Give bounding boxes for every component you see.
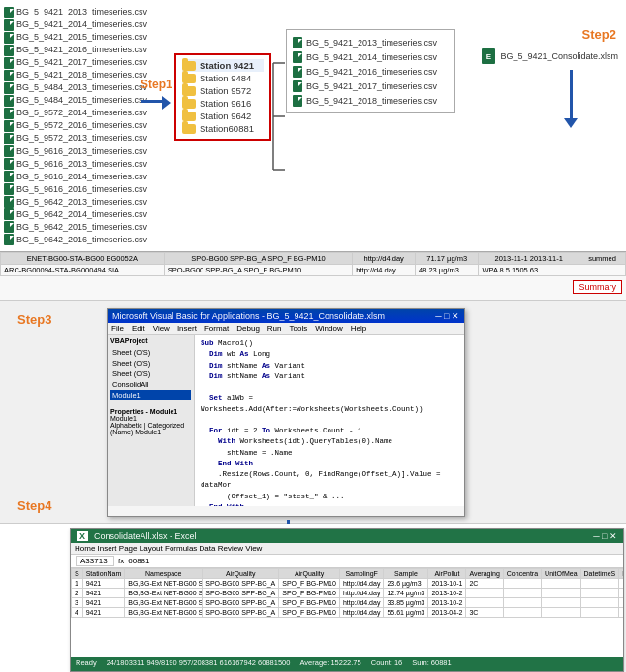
- station-folder-item[interactable]: Station 9484: [182, 72, 264, 84]
- status-sum: Sum: 60881: [412, 658, 451, 670]
- excel-cell: SPO-BG00 SPP-BG_A: [203, 589, 279, 598]
- excel-cell-ref[interactable]: A33713: [76, 556, 114, 566]
- excel-cell: 9421: [82, 579, 125, 589]
- file-item: BG_5_9642_2016_timeseries.csv: [4, 234, 137, 246]
- expanded-file-item: BG_5_9421_2017_timeseries.csv: [293, 79, 449, 93]
- vba-menu-window[interactable]: Window: [315, 324, 342, 333]
- excel-cell: 33.85 µg/m3: [384, 598, 428, 608]
- csv-icon: [4, 133, 14, 144]
- vba-menu-run[interactable]: Run: [267, 324, 282, 333]
- file-item: BG_5_9421_2015_timeseries.csv: [4, 31, 137, 44]
- vba-properties-label: Properties - Module1: [110, 408, 191, 415]
- vba-menu-insert[interactable]: Insert: [177, 324, 197, 333]
- excel-cell: [580, 589, 619, 598]
- table-row: 4 9421 BG,BG-Ext NET-BG00 STA-BG00 BG005…: [72, 608, 624, 618]
- excel-menu-review[interactable]: Review: [218, 544, 243, 553]
- sheet-col: ENET-BG00-STA-BG00 BG0052A: [1, 253, 165, 265]
- status-ready: Ready: [76, 658, 97, 670]
- excel-menu-view[interactable]: View: [245, 544, 262, 553]
- file-name: BG_5_9484_2015_timeseries.csv: [16, 94, 147, 107]
- csv-icon: [293, 95, 302, 107]
- station-name: Station 9421: [200, 60, 254, 71]
- excel-cell: [542, 608, 580, 618]
- excel-menu-home[interactable]: Home: [75, 544, 95, 553]
- vba-sidebar: VBAProject Sheet (C/S) Sheet (C/S) Sheet…: [108, 335, 195, 506]
- excel-titlebar: X ConsolidateAll.xlsx - Excel ─ □ ✕: [71, 529, 623, 543]
- excel-cell: SPO_F BG-PM10: [279, 608, 340, 618]
- vba-window: Microsoft Visual Basic for Applications …: [107, 308, 465, 517]
- station-folder-item[interactable]: Station 9616: [182, 97, 264, 110]
- vba-menu-help[interactable]: Help: [351, 324, 366, 333]
- excel-cell: [466, 589, 503, 598]
- csv-icon: [293, 37, 302, 48]
- excel-cell: 4: [72, 608, 83, 618]
- csv-icon: [293, 66, 302, 78]
- summary-tab[interactable]: Summary: [573, 280, 622, 294]
- excel-menu-data[interactable]: Data: [200, 544, 216, 553]
- vba-menu-tools[interactable]: Tools: [290, 324, 308, 333]
- vba-win-controls: ─ □ ✕: [435, 311, 459, 321]
- excel-cell: 2013-10-2: [428, 589, 466, 598]
- station-folder-item[interactable]: Station60881: [182, 122, 264, 135]
- vba-menu-debug[interactable]: Debug: [236, 324, 260, 333]
- excel-cell: 23.6 µg/m3: [384, 579, 428, 589]
- station-folder-item[interactable]: Station 9642: [182, 110, 264, 122]
- excel-cell: BG,BG-Ext NET-BG00 STA-BG00 BG0052A: [125, 608, 203, 618]
- sheet-col: SPO-BG00 SPP-BG_A SPO_F BG-PM10: [164, 253, 353, 265]
- csv-icon: [4, 120, 14, 132]
- excel-menu-formulas[interactable]: Formulas: [165, 544, 197, 553]
- csv-icon: [4, 171, 14, 182]
- folder-icon: [182, 86, 196, 96]
- folder-icon: [182, 124, 196, 134]
- excel-cell: [580, 608, 619, 618]
- csv-icon: [4, 57, 14, 69]
- step4-label: Step4: [17, 498, 51, 513]
- table-row: 3 9421 BG,BG-Ext NET-BG00 STA-BG00 BG005…: [72, 598, 624, 608]
- vba-properties-content: Module1Alphabetic | Categorized(Name) Mo…: [110, 415, 191, 435]
- vba-sidebar-sheet1[interactable]: Sheet (C/S): [110, 347, 191, 358]
- file-name: BG_5_9421_2015_timeseries.csv: [16, 31, 147, 44]
- sheet-preview-table: ENET-BG00-STA-BG00 BG0052A SPO-BG00 SPP-…: [0, 252, 626, 276]
- excel-cell: [503, 598, 541, 608]
- station-folder-item[interactable]: Station 9421: [182, 59, 264, 72]
- vba-sidebar-module1[interactable]: Module1: [110, 390, 191, 400]
- csv-icon: [4, 82, 14, 94]
- excel-col-hdr: StationNam: [82, 569, 125, 579]
- excel-cell: SPO_F BG-PM10: [279, 589, 340, 598]
- station-name: Station60881: [200, 123, 254, 134]
- vba-sidebar-consolidate[interactable]: ConsolidAll: [110, 379, 191, 390]
- top-section: BG_5_9421_2013_timeseries.csvBG_5_9421_2…: [0, 0, 626, 301]
- vba-menu-format[interactable]: Format: [204, 324, 229, 333]
- csv-icon: [4, 45, 14, 56]
- excel-cell: 2: [72, 589, 83, 598]
- file-item: BG_5_9421_2017_timeseries.csv: [4, 56, 137, 69]
- excel-cell: 12.74 µg/m3: [384, 589, 428, 598]
- vba-sidebar-sheet2[interactable]: Sheet (C/S): [110, 358, 191, 368]
- step2-arrow-down: [564, 70, 578, 128]
- csv-icon: [4, 108, 14, 119]
- bracket-svg: [273, 53, 293, 179]
- vba-menu-view[interactable]: View: [153, 324, 170, 333]
- excel-cell: 2013-10-2: [428, 598, 466, 608]
- file-item: BG_5_9616_2016_timeseries.csv: [4, 183, 137, 196]
- excel-menu-page[interactable]: Page Layout: [119, 544, 163, 553]
- excel-menu-insert[interactable]: Insert: [98, 544, 117, 553]
- file-name: BG_5_9421_2013_timeseries.csv: [16, 6, 147, 18]
- excel-cell: [503, 589, 541, 598]
- file-item: BG_5_9421_2014_timeseries.csv: [4, 18, 137, 31]
- expanded-file-item: BG_5_9421_2016_timeseries.csv: [293, 64, 449, 79]
- vba-menu-edit[interactable]: Edit: [132, 324, 145, 333]
- vba-code-editor[interactable]: Sub Macro1() Dim wb As Long Dim shtName …: [195, 335, 464, 506]
- file-name: BG_5_9642_2013_timeseries.csv: [16, 196, 147, 208]
- excel-col-hdr: Averaging: [466, 569, 503, 579]
- file-item: BG_5_9616_2014_timeseries.csv: [4, 171, 137, 183]
- vba-menu-file[interactable]: File: [111, 324, 124, 333]
- vba-menubar: File Edit View Insert Format Debug Run T…: [108, 323, 464, 335]
- excel-cell: 2013-04-2: [428, 608, 466, 618]
- station-name: Station 9642: [200, 111, 251, 121]
- vba-sidebar-sheet3[interactable]: Sheet (C/S): [110, 368, 191, 379]
- step2-label: Step2: [582, 27, 616, 42]
- formula-value[interactable]: 60881: [128, 557, 149, 565]
- station-folder-item[interactable]: Station 9572: [182, 84, 264, 97]
- folder-icon: [182, 112, 196, 121]
